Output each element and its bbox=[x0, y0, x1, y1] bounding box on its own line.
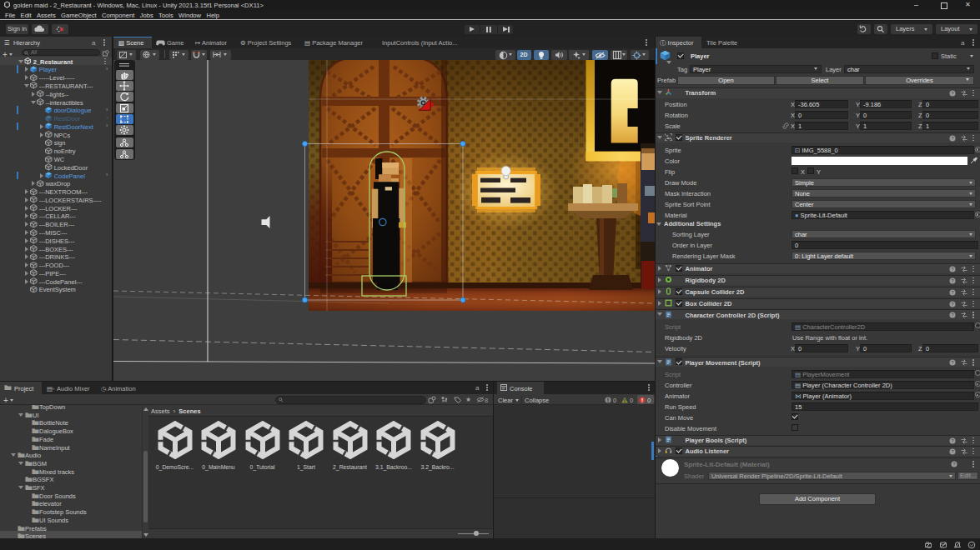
svg-text:?: ? bbox=[951, 91, 953, 96]
svg-text:?: ? bbox=[951, 360, 953, 365]
svg-text:?: ? bbox=[951, 267, 953, 272]
svg-text:?: ? bbox=[952, 462, 955, 467]
svg-text:?: ? bbox=[951, 290, 953, 295]
svg-text:?: ? bbox=[951, 278, 953, 283]
svg-text:?: ? bbox=[951, 312, 953, 318]
svg-text:?: ? bbox=[951, 449, 953, 454]
svg-text:?: ? bbox=[951, 438, 953, 443]
svg-text:?: ? bbox=[951, 302, 953, 307]
svg-text:?: ? bbox=[951, 136, 953, 141]
